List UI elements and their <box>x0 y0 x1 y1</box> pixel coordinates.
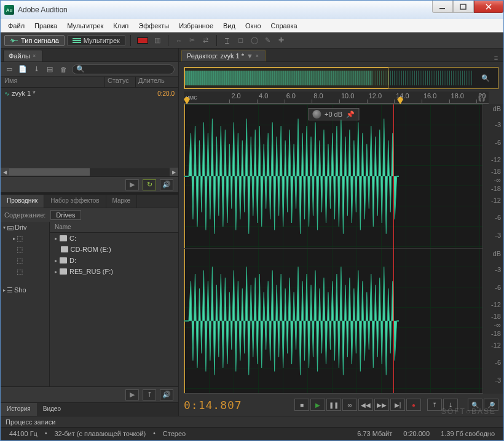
rewind-button[interactable]: ◀◀ <box>358 399 373 411</box>
files-autoplay-button[interactable]: 🔊 <box>160 179 173 190</box>
col-duration[interactable]: Длитель <box>136 77 178 87</box>
tool-razor-icon[interactable]: ✂ <box>187 35 198 46</box>
menu-multitrack[interactable]: Мультитрек <box>62 21 108 31</box>
timecode-display[interactable]: 0:14.807 <box>184 399 289 412</box>
app-icon: Au <box>4 5 14 15</box>
mode-waveform-button[interactable]: Тип сигнала <box>4 35 65 46</box>
waveform-icon <box>10 37 18 44</box>
menu-edit[interactable]: Правка <box>30 21 62 31</box>
pin-icon[interactable]: 📌 <box>346 111 355 119</box>
time-ruler[interactable]: чмс 🎧 2.04.06.08.010.012.014.016.018.020 <box>184 92 489 104</box>
spectral-toggle-icon[interactable]: ▥ <box>152 35 163 46</box>
mode-waveform-label: Тип сигнала <box>21 37 59 44</box>
content-label: Содержание: <box>4 211 45 219</box>
pause-button[interactable]: ❚❚ <box>326 399 341 411</box>
zoom-out-button[interactable]: 🔎 <box>484 399 498 411</box>
list-item[interactable]: CD-ROM (E:) <box>50 244 178 255</box>
tool-heal-icon[interactable]: ✚ <box>276 35 287 46</box>
close-icon[interactable]: × <box>256 53 259 59</box>
close-icon[interactable]: × <box>33 53 36 59</box>
menu-favorites[interactable]: Избранное <box>174 21 218 31</box>
window-close-button[interactable] <box>474 1 503 13</box>
overview-navigator[interactable]: 🔍 <box>184 67 498 89</box>
window-maximize-button[interactable] <box>453 1 474 13</box>
list-header-name[interactable]: Name <box>50 222 178 233</box>
tab-effects-rack[interactable]: Набор эффектов <box>44 195 106 208</box>
tool-brush-icon[interactable]: ✎ <box>262 35 274 46</box>
tool-slip-icon[interactable]: ⇄ <box>200 35 211 46</box>
open-file-icon[interactable]: 📄 <box>18 64 28 74</box>
tool-lasso-icon[interactable]: ◯ <box>249 35 260 46</box>
tab-video[interactable]: Видео <box>37 403 67 416</box>
editor-tab[interactable]: Редактор: zvyk 1 * ▼× <box>181 50 266 61</box>
scroll-left-icon[interactable]: ◀ <box>1 168 9 176</box>
record-status-bar: Процесс записи <box>1 416 503 427</box>
explorer-play-button[interactable]: ▶ <box>125 389 139 400</box>
play-button[interactable]: ▶ <box>310 399 325 411</box>
col-status[interactable]: Статус <box>105 77 136 87</box>
left-sidebar: Файлы× ▭ 📄 ⤓ ▤ 🗑 🔍 Имя Статус Длитель ∿ … <box>1 49 179 416</box>
editor-area: Редактор: zvyk 1 * ▼× ≡ 🔍 чмс 🎧 2.04.06.… <box>179 49 503 416</box>
tab-markers[interactable]: Марке <box>106 195 138 208</box>
editor-options-icon[interactable]: ≡ <box>489 54 503 61</box>
loop-button[interactable]: ∞ <box>342 399 357 411</box>
menu-view[interactable]: Вид <box>218 21 240 31</box>
skip-selection-button[interactable]: ⤓ <box>443 399 458 411</box>
menu-window[interactable]: Окно <box>240 21 266 31</box>
files-play-button[interactable]: ▶ <box>125 179 139 190</box>
gain-hud[interactable]: +0 dB 📌 <box>308 108 359 120</box>
explorer-autoplay-button[interactable]: 🔊 <box>160 389 173 400</box>
waveform-channel-right <box>184 249 399 393</box>
menu-effects[interactable]: Эффекты <box>133 21 174 31</box>
skip-button[interactable]: ▶| <box>390 399 405 411</box>
window-minimize-button[interactable] <box>432 1 453 13</box>
menu-file[interactable]: Файл <box>3 21 30 31</box>
menu-clip[interactable]: Клип <box>108 21 133 31</box>
tool-marquee-icon[interactable]: ◻ <box>235 35 246 46</box>
playhead-line[interactable] <box>393 104 394 393</box>
explorer-import-button[interactable]: ⤒ <box>143 389 156 400</box>
col-name[interactable]: Имя <box>1 77 105 87</box>
waveform-display[interactable]: +0 dB 📌 <box>184 104 482 394</box>
zoom-in-button[interactable]: 🔍 <box>468 399 482 411</box>
delete-icon[interactable]: 🗑 <box>58 64 68 74</box>
list-item[interactable]: ▸D: <box>50 255 178 266</box>
zoom-reset-icon[interactable]: 🔍 <box>473 74 498 82</box>
tab-history[interactable]: История <box>1 403 37 416</box>
new-multitrack-icon[interactable]: ▤ <box>45 64 55 74</box>
new-file-icon[interactable]: ▭ <box>4 64 14 74</box>
list-item[interactable]: ▸C: <box>50 233 178 244</box>
files-panel-tab[interactable]: Файлы× <box>3 50 42 61</box>
content-dropdown[interactable]: Drives <box>50 210 81 220</box>
mode-multitrack-button[interactable]: Мультитрек <box>67 35 125 46</box>
files-loop-button[interactable]: ↻ <box>143 179 156 190</box>
menu-help[interactable]: Справка <box>266 21 302 31</box>
multitrack-icon <box>73 37 81 44</box>
menubar: Файл Правка Мультитрек Клип Эффекты Избр… <box>1 19 503 33</box>
svg-rect-2 <box>73 38 81 39</box>
forward-button[interactable]: ▶▶ <box>374 399 389 411</box>
return-start-button[interactable]: ⤒ <box>427 399 442 411</box>
svg-rect-3 <box>73 40 81 41</box>
spectral-color-swatch[interactable] <box>137 37 148 44</box>
import-icon[interactable]: ⤓ <box>31 64 41 74</box>
waveform-channel-left <box>184 104 399 248</box>
files-hscrollbar[interactable]: ◀ ▶ <box>1 168 178 176</box>
gain-knob-icon[interactable] <box>312 110 321 119</box>
transport-controls: ■ ▶ ❚❚ ∞ ◀◀ ▶▶ ▶| ● ⤒ ⤓ <box>294 399 458 411</box>
record-button[interactable]: ● <box>406 399 421 411</box>
top-toolbar: Тип сигнала Мультитрек ▥ ↔ ✂ ⇄ ⌶ ◻ ◯ ✎ ✚ <box>1 33 503 49</box>
tool-time-select-icon[interactable]: ⌶ <box>222 35 233 46</box>
svg-rect-1 <box>460 4 466 9</box>
stop-button[interactable]: ■ <box>294 399 309 411</box>
window-title: Adobe Audition <box>18 6 68 14</box>
list-item[interactable]: ▸RE5_RUS (F:) <box>50 266 178 277</box>
waveform-icon: ∿ <box>4 90 9 97</box>
file-row[interactable]: ∿ zvyk 1 * 0:20.0 <box>1 88 178 99</box>
explorer-tree[interactable]: ▾🖴 Driv ▸⬚ ⬚ ⬚ ⬚ ▸☰ Sho <box>1 222 50 386</box>
tool-move-icon[interactable]: ↔ <box>173 35 184 46</box>
scroll-right-icon[interactable]: ▶ <box>170 168 178 176</box>
editor-tab-prefix: Редактор: <box>187 52 218 60</box>
files-search-input[interactable]: 🔍 <box>72 64 175 74</box>
tab-explorer[interactable]: Проводник <box>1 195 44 208</box>
